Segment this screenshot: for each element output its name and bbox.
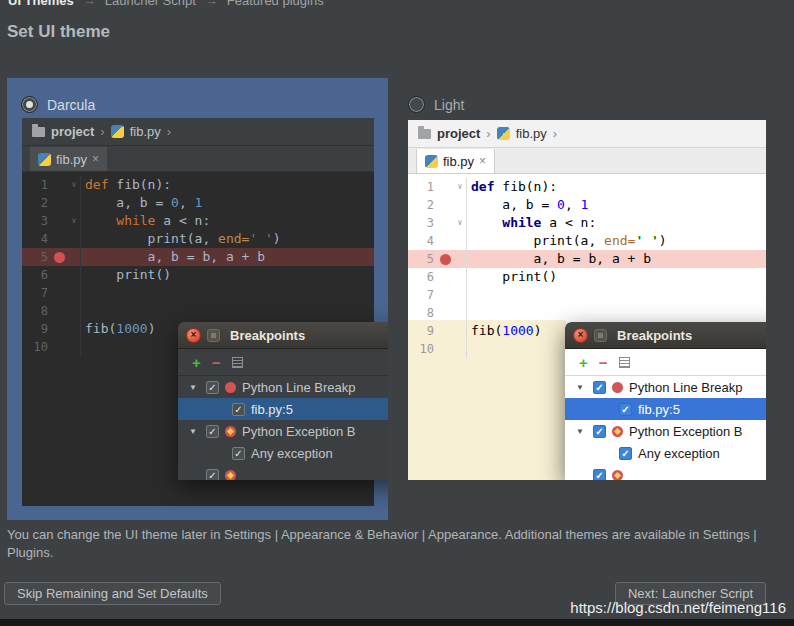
breakpoint-tree-item[interactable]: ▼✓Python Line Breakp <box>565 376 766 398</box>
chevron-right-icon: › <box>553 126 557 141</box>
close-tab-icon: × <box>92 153 99 165</box>
gutter-icon-area <box>438 214 454 232</box>
close-icon[interactable]: × <box>186 328 201 343</box>
lightning-icon <box>614 471 621 478</box>
add-breakpoint-button[interactable]: + <box>192 355 201 370</box>
breakpoint-tree-item[interactable]: ▼✓Python Line Breakp <box>178 376 388 398</box>
close-tab-icon: × <box>479 155 486 167</box>
expand-arrow-icon[interactable]: ▼ <box>186 427 200 436</box>
breadcrumb-project: project <box>51 124 94 139</box>
code-text: print(a, end=' ') <box>467 232 667 250</box>
python-file-icon <box>497 127 510 140</box>
gutter-icon-area <box>438 304 454 322</box>
code-text <box>467 286 471 304</box>
code-line: 7 <box>22 284 374 302</box>
breakpoint-tree-item[interactable]: ✓fib.py:5 <box>178 398 388 420</box>
dialog-title-bar: × Breakpoints <box>565 322 766 349</box>
line-number: 9 <box>22 320 52 338</box>
gutter-icon-area <box>438 322 454 340</box>
fold-marker-icon <box>454 232 467 250</box>
checkbox[interactable]: ✓ <box>619 403 632 416</box>
radio-darcula[interactable] <box>21 96 38 113</box>
theme-card-light[interactable]: Light project › fib.py › fib.py × 1∨def <box>400 78 781 520</box>
fold-marker-icon <box>68 284 81 302</box>
folder-icon <box>32 127 45 137</box>
fold-marker-icon <box>68 266 81 284</box>
breadcrumb-project: project <box>437 126 480 141</box>
code-line: 4 print(a, end=' ') <box>408 232 766 250</box>
chevron-right-icon: › <box>100 124 104 139</box>
remove-breakpoint-button[interactable]: − <box>599 355 608 370</box>
code-text: def fib(n): <box>467 178 557 196</box>
fold-marker-icon: ∨ <box>68 176 81 194</box>
fold-marker-icon: ∨ <box>454 214 467 232</box>
chevron-right-icon: › <box>486 126 490 141</box>
checkbox[interactable]: ✓ <box>593 381 606 394</box>
breakpoint-tree-item[interactable]: ✓Any exception <box>565 442 766 464</box>
code-text <box>81 302 85 320</box>
bottom-strip <box>0 619 794 626</box>
code-text: a, b = 0, 1 <box>81 194 202 212</box>
code-line: 5 a, b = b, a + b <box>408 250 766 268</box>
checkbox[interactable]: ✓ <box>593 469 606 481</box>
code-line: 3∨ while a < n: <box>22 212 374 230</box>
remove-breakpoint-button[interactable]: − <box>212 355 221 370</box>
checkbox[interactable]: ✓ <box>206 381 219 394</box>
skip-defaults-button[interactable]: Skip Remaining and Set Defaults <box>4 582 221 605</box>
code-text: print() <box>81 266 171 284</box>
breadcrumb: UI Themes → Launcher Script → Featured p… <box>8 0 324 8</box>
expand-arrow-icon[interactable]: ▼ <box>573 427 587 436</box>
exception-breakpoint-icon <box>225 470 236 481</box>
checkbox[interactable]: ✓ <box>232 447 245 460</box>
gutter-icon-area <box>438 286 454 304</box>
line-breakpoint-icon <box>612 382 623 393</box>
code-text <box>81 338 85 356</box>
checkbox[interactable]: ✓ <box>206 469 219 481</box>
breakpoint-tree-item[interactable]: ▼✓Python Exception B <box>565 420 766 442</box>
line-number: 5 <box>408 250 438 268</box>
close-x: × <box>578 330 584 340</box>
fold-marker-icon <box>454 322 467 340</box>
checkbox[interactable]: ✓ <box>619 447 632 460</box>
line-number: 4 <box>408 232 438 250</box>
radio-light[interactable] <box>408 96 425 113</box>
group-by-icon[interactable] <box>232 357 243 368</box>
chevron-right-icon: › <box>167 124 171 139</box>
breadcrumb-file: fib.py <box>130 124 161 139</box>
code-line: 4 print(a, end=' ') <box>22 230 374 248</box>
close-icon[interactable]: × <box>573 328 588 343</box>
tree-item-label: fib.py:5 <box>251 402 293 417</box>
line-number: 8 <box>22 302 52 320</box>
gutter-icon-area <box>52 230 68 248</box>
line-number: 4 <box>22 230 52 248</box>
checkbox[interactable]: ✓ <box>593 425 606 438</box>
code-text: def fib(n): <box>81 176 171 194</box>
footer-note: You can change the UI theme later in Set… <box>7 526 786 562</box>
radio-row-light[interactable]: Light <box>400 78 781 118</box>
checkbox[interactable]: ✓ <box>206 425 219 438</box>
fold-marker-icon <box>454 268 467 286</box>
line-number: 6 <box>408 268 438 286</box>
expand-arrow-icon[interactable]: ▼ <box>186 383 200 392</box>
gutter-icon-area <box>52 176 68 194</box>
breakpoint-tree-item[interactable]: ✓fib.py:5 <box>565 398 766 420</box>
add-breakpoint-button[interactable]: + <box>579 355 588 370</box>
breakpoint-icon <box>54 252 65 263</box>
fold-marker-icon <box>68 320 81 338</box>
breakpoint-tree-item[interactable]: ✓Any exception <box>178 442 388 464</box>
checkbox[interactable]: ✓ <box>232 403 245 416</box>
breakpoint-tree-item[interactable]: ✓ <box>178 464 388 480</box>
line-breakpoint-icon <box>225 382 236 393</box>
breakpoint-tree-item[interactable]: ✓ <box>565 464 766 480</box>
breadcrumb-step-featured-plugins: Featured plugins <box>227 0 324 8</box>
tree-item-label: Any exception <box>638 446 720 461</box>
theme-card-darcula[interactable]: Darcula project › fib.py › fib.py × 1∨de… <box>7 78 388 520</box>
group-by-icon[interactable] <box>619 357 630 368</box>
expand-arrow-icon[interactable]: ▼ <box>573 383 587 392</box>
radio-row-darcula[interactable]: Darcula <box>7 78 388 118</box>
breakpoint-icon <box>440 254 451 265</box>
tree-item-label: Python Line Breakp <box>242 380 355 395</box>
gutter-icon-area <box>438 268 454 286</box>
tab-fib-py: fib.py × <box>30 147 107 171</box>
breakpoint-tree-item[interactable]: ▼✓Python Exception B <box>178 420 388 442</box>
